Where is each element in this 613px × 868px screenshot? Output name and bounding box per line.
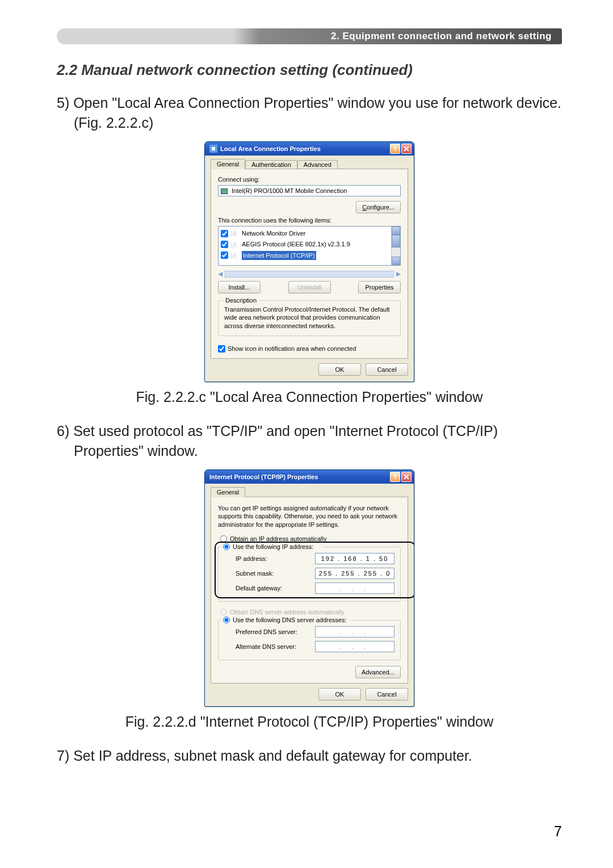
driver-icon: 📄	[230, 253, 237, 258]
properties-button[interactable]: Properties	[358, 281, 401, 293]
use-dns-radio[interactable]: Use the following DNS server addresses:	[221, 615, 351, 624]
list-item-selected[interactable]: 📄 Internet Protocol (TCP/IP)	[221, 251, 316, 261]
checkbox-icon[interactable]	[218, 345, 225, 353]
configure-button[interactable]: Configure...	[356, 201, 401, 213]
step-5-text: 5) Open "Local Area Connection Propertie…	[74, 93, 562, 133]
h-scrollbar[interactable]	[225, 271, 394, 278]
list-item[interactable]: 📄 AEGIS Protocol (IEEE 802.1x) v2.3.1.9	[221, 240, 350, 249]
dialog1-title: Local Area Connection Properties	[220, 145, 389, 152]
radio-icon[interactable]	[223, 617, 230, 623]
tab-general[interactable]: General	[211, 159, 245, 169]
figure-caption-1: Fig. 2.2.2.c "Local Area Connection Prop…	[57, 389, 562, 405]
intro-text: You can get IP settings assigned automat…	[218, 504, 401, 529]
default-gateway-input[interactable]: . . .	[315, 582, 394, 594]
page-number: 7	[554, 823, 562, 840]
show-icon-checkbox[interactable]: Show icon in notification area when conn…	[218, 345, 356, 353]
network-icon	[209, 145, 217, 153]
svg-rect-1	[212, 147, 215, 150]
checkbox-icon[interactable]	[221, 241, 228, 248]
help-button[interactable]: ?	[390, 472, 400, 482]
checkbox-icon[interactable]	[221, 230, 228, 237]
radio-icon	[220, 609, 227, 615]
subnet-mask-label: Subnet mask:	[236, 570, 309, 577]
adapter-box: Intel(R) PRO/1000 MT Mobile Connection	[218, 185, 401, 196]
driver-icon: 📄	[230, 230, 237, 236]
alternate-dns-input[interactable]: . . .	[315, 641, 394, 652]
list-item[interactable]: 📄 Network Monitor Driver	[221, 229, 305, 238]
cancel-button[interactable]: Cancel	[366, 363, 408, 376]
dialog2-titlebar: Internet Protocol (TCP/IP) Properties ?	[205, 470, 414, 484]
radio-icon[interactable]	[223, 543, 230, 550]
step-6-text: 6) Set used protocol as "TCP/IP" and ope…	[74, 421, 562, 461]
preferred-dns-label: Preferred DNS server:	[236, 628, 309, 635]
chevron-left-icon[interactable]: ◀	[218, 270, 222, 278]
local-area-connection-dialog: Local Area Connection Properties ? Gener…	[204, 141, 414, 382]
close-button[interactable]	[401, 472, 412, 482]
adapter-icon	[221, 188, 228, 194]
cancel-button[interactable]: Cancel	[366, 688, 408, 701]
subnet-mask-input[interactable]: 255 . 255 . 255 . 0	[315, 568, 394, 579]
scroll-thumb[interactable]	[392, 235, 400, 248]
dialog1-tabs: General Authentication Advanced	[211, 159, 408, 169]
banner-text: 2. Equipment connection and network sett…	[331, 31, 552, 42]
uninstall-button: Uninstall	[288, 281, 331, 293]
driver-icon: 📄	[230, 242, 237, 248]
use-ip-radio[interactable]: Use the following IP address:	[221, 542, 323, 551]
items-label: This connection uses the following items…	[218, 217, 401, 224]
scroll-up-icon[interactable]	[392, 227, 400, 235]
chevron-right-icon[interactable]: ▶	[396, 270, 401, 278]
tcpip-properties-dialog: Internet Protocol (TCP/IP) Properties ? …	[204, 469, 414, 707]
tab-general[interactable]: General	[211, 487, 245, 497]
step-7-text: 7) Set IP address, subnet mask and defau…	[74, 746, 562, 766]
tab-advanced[interactable]: Advanced	[297, 160, 338, 169]
scrollbar[interactable]	[391, 227, 400, 265]
preferred-dns-input[interactable]: . . .	[315, 626, 394, 638]
description-text: Transmission Control Protocol/Internet P…	[224, 305, 394, 330]
section-heading: 2.2 Manual network connection setting (c…	[57, 61, 562, 79]
ok-button[interactable]: OK	[318, 688, 361, 701]
advanced-button[interactable]: Advanced...	[355, 666, 401, 678]
radio-icon[interactable]	[220, 535, 227, 542]
description-label: Description	[223, 297, 259, 304]
help-button[interactable]: ?	[390, 144, 400, 154]
tab-authentication[interactable]: Authentication	[245, 160, 297, 169]
adapter-name: Intel(R) PRO/1000 MT Mobile Connection	[232, 187, 347, 194]
close-button[interactable]	[401, 144, 412, 154]
dialog2-title: Internet Protocol (TCP/IP) Properties	[209, 473, 389, 480]
connection-items-list[interactable]: 📄 Network Monitor Driver 📄 AEGIS Protoco…	[218, 226, 401, 266]
dialog1-titlebar: Local Area Connection Properties ?	[205, 142, 414, 156]
chapter-banner: 2. Equipment connection and network sett…	[57, 28, 562, 44]
ok-button[interactable]: OK	[318, 363, 361, 376]
scroll-down-icon[interactable]	[392, 257, 400, 265]
install-button[interactable]: Install...	[218, 281, 261, 293]
connect-using-label: Connect using:	[218, 176, 401, 183]
checkbox-icon[interactable]	[221, 251, 228, 259]
figure-caption-2: Fig. 2.2.2.d "Internet Protocol (TCP/IP)…	[57, 714, 562, 730]
default-gateway-label: Default gateway:	[236, 585, 309, 592]
ip-address-label: IP address:	[236, 555, 309, 562]
alternate-dns-label: Alternate DNS server:	[236, 643, 309, 650]
ip-address-input[interactable]: 192 . 168 . 1 . 50	[315, 553, 394, 564]
